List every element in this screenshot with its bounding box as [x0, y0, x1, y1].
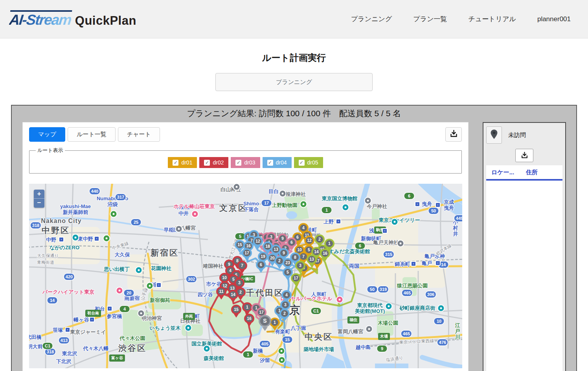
poi-icon [342, 204, 349, 211]
nav-item-3[interactable]: planner001 [537, 15, 571, 23]
nav-item-0[interactable]: プランニング [351, 15, 392, 24]
road-shield: 木場 [378, 333, 390, 340]
road-shield: 6 [355, 243, 365, 249]
route-pin-dr05-3[interactable]: 3 [295, 261, 305, 274]
road-shield: 318 [31, 222, 41, 228]
column-address[interactable]: 住所 [526, 169, 538, 176]
driver-checkbox-dr04[interactable]: ✓dr04 [263, 157, 292, 168]
route-pin-dr04-17[interactable]: 17 [242, 248, 252, 261]
nav-item-1[interactable]: プラン一覧 [413, 15, 447, 24]
map-pin-icon [490, 129, 498, 141]
route-display-legend: ルート表示 [36, 147, 65, 154]
road-shield: 4 [120, 306, 130, 312]
checkbox-icon: ✓ [204, 160, 210, 166]
driver-checkbox-dr01[interactable]: ✓dr01 [168, 157, 197, 168]
road-shield: 318 [45, 349, 55, 355]
unvisited-table-header: ロケー... 住所 [486, 165, 562, 181]
road-shield: 440 [90, 188, 100, 194]
road-shield: 1 [322, 207, 332, 213]
road-shield: 6 [404, 193, 414, 199]
road-shield: 25 [131, 219, 141, 225]
tabs-row: マップルート一覧チャート [29, 127, 462, 142]
start-marker[interactable]: S [259, 315, 271, 331]
poi-icon [300, 201, 307, 208]
road-shield: 富ヶ谷 [109, 355, 125, 362]
station-icon [435, 260, 441, 266]
tab-マップ[interactable]: マップ [29, 127, 65, 142]
station-icon [411, 261, 416, 267]
driver-checkbox-dr03[interactable]: ✓dr03 [231, 157, 260, 168]
map-zoom-control: + − [34, 190, 44, 208]
route-pin-dr02-15[interactable]: 15 [231, 305, 241, 318]
route-pin-dr04-2[interactable]: 2 [279, 309, 290, 322]
route-pin-dr04-6[interactable]: 6 [256, 260, 266, 273]
planning-button[interactable]: プランニング [215, 73, 373, 91]
result-panel: プランニング結果: 訪問数 100 / 100 件 配送員数 5 / 5 名 マ… [11, 105, 577, 371]
poi-icon [116, 287, 123, 294]
poi-icon [146, 282, 154, 290]
route-pin-dr02-11[interactable]: 11 [216, 287, 226, 300]
driver-checkbox-dr02[interactable]: ✓dr02 [199, 157, 228, 168]
road-shield: 465 [402, 290, 412, 296]
road-shield: 449 [454, 215, 462, 221]
tab-list: マップルート一覧チャート [29, 127, 162, 142]
route-display-fieldset: ルート表示 ✓dr01✓dr02✓dr03✓dr04✓dr05 [29, 147, 462, 174]
poi-icon [191, 210, 199, 218]
poi-icon [138, 310, 145, 317]
unvisited-sidebar: 未訪問 ロケー... 住所 [483, 122, 566, 371]
road-shield: 1 [243, 351, 253, 358]
unvisited-pin-button[interactable] [486, 126, 502, 144]
poi-icon [72, 234, 79, 241]
road-shield: 10 [434, 318, 444, 324]
poi-icon [175, 225, 183, 233]
nav-item-2[interactable]: チュートリアル [469, 15, 516, 24]
station-icon [94, 236, 99, 241]
sidebar-download-button[interactable] [515, 149, 533, 162]
checkbox-icon: ✓ [235, 160, 241, 166]
logo-secondary: QuickPlan [75, 14, 136, 28]
route-pin-dr05-17[interactable]: 17 [291, 273, 301, 287]
poi-icon [278, 347, 285, 355]
column-location[interactable]: ロケー... [486, 169, 526, 176]
tab-チャート[interactable]: チャート [118, 127, 160, 142]
driver-checkbox-dr05[interactable]: ✓dr05 [294, 157, 323, 168]
map-card: マップルート一覧チャート ルート表示 ✓dr01✓dr02✓dr03✓dr04✓… [22, 122, 469, 371]
driver-label: dr02 [213, 159, 224, 166]
page-title: ルート計画実行 [0, 52, 588, 64]
driver-label: dr04 [276, 159, 287, 166]
driver-checkbox-group: ✓dr01✓dr02✓dr03✓dr04✓dr05 [33, 157, 458, 168]
road-shield: 外苑 [183, 313, 195, 320]
route-pin-dr05-13[interactable]: 13 [307, 254, 317, 268]
checkbox-icon: ✓ [299, 160, 305, 166]
download-button[interactable] [445, 127, 462, 142]
station-icon [415, 201, 420, 207]
poi-icon [366, 325, 373, 333]
download-icon [450, 130, 458, 139]
road-shield: 319 [378, 286, 388, 292]
road-shield: 50 [368, 286, 377, 292]
poi-icon [203, 345, 211, 353]
poi-icon [103, 235, 110, 242]
map[interactable]: + − Nakano City中野区新宿区文京区千代田区渋谷区中央区東京Numa… [29, 184, 462, 368]
route-pin-dr02-14[interactable]: 14 [228, 290, 238, 303]
checkbox-icon: ✓ [173, 160, 178, 166]
poi-icon [278, 356, 286, 364]
road-shield: 50 [429, 208, 439, 214]
poi-icon [336, 296, 344, 303]
station-icon [59, 237, 64, 242]
unvisited-table-rows [486, 181, 562, 371]
zoom-in-button[interactable]: + [34, 190, 44, 199]
poi-icon [185, 324, 192, 332]
road-shield: 初台南 [85, 310, 101, 317]
logo-primary: AI-Stream [9, 10, 72, 28]
zoom-out-button[interactable]: − [34, 199, 44, 208]
route-pin-dr04-12[interactable]: 12 [253, 236, 263, 250]
station-icon [435, 202, 441, 208]
tab-ルート一覧[interactable]: ルート一覧 [68, 127, 116, 142]
poi-icon [364, 197, 372, 205]
route-pin-dr04-9[interactable]: 9 [279, 248, 289, 261]
download-icon [521, 154, 528, 160]
driver-label: dr01 [181, 159, 192, 166]
station-icon [382, 228, 388, 234]
driver-label: dr03 [244, 159, 255, 166]
